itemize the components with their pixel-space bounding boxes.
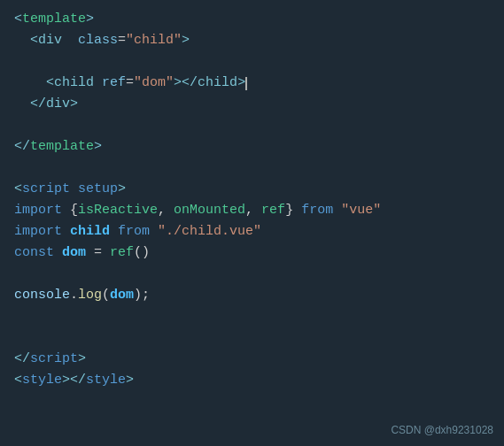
line-6 <box>14 115 490 136</box>
line-12: const dom = ref() <box>14 242 490 264</box>
line-9: <script setup> <box>14 179 490 200</box>
line-4: <child ref="dom"></child> <box>46 73 490 94</box>
line-13 <box>14 264 490 285</box>
line-1: <template> <box>14 9 490 30</box>
angle-close: > <box>86 12 94 27</box>
line-17: </script> <box>14 349 490 370</box>
line-5: </div> <box>30 94 490 115</box>
line-10: import {isReactive, onMounted, ref} from… <box>14 200 490 221</box>
angle-open: < <box>14 12 22 27</box>
line-16 <box>14 327 490 349</box>
code-editor: <template> <div class="child"> <child re… <box>0 0 504 446</box>
line-18: <style></style> <box>14 370 490 391</box>
line-14: console.log(dom); <box>14 285 490 306</box>
line-3 <box>14 51 490 73</box>
line-8 <box>14 158 490 179</box>
line-15 <box>14 306 490 327</box>
line-7: </template> <box>14 136 490 158</box>
watermark: CSDN @dxh9231028 <box>391 422 493 439</box>
line-2: <div class="child"> <box>30 30 490 51</box>
tag-template: template <box>22 12 86 27</box>
line-11: import child from "./child.vue" <box>14 221 490 242</box>
